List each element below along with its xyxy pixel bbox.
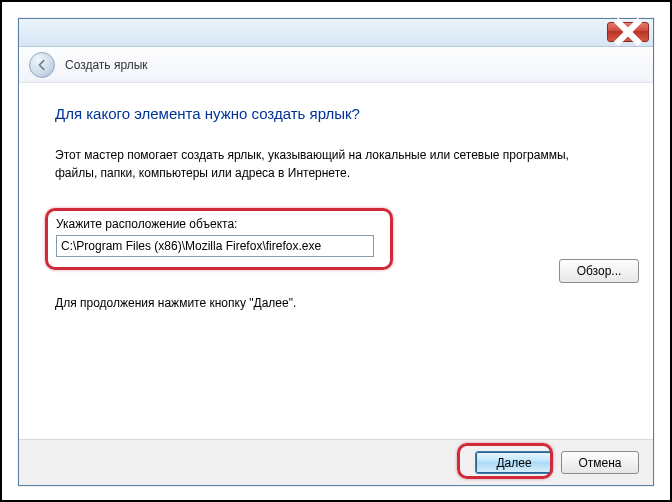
continue-hint: Для продолжения нажмите кнопку "Далее". bbox=[55, 296, 617, 310]
titlebar bbox=[19, 19, 653, 47]
header-title: Создать ярлык bbox=[65, 58, 148, 72]
wizard-dialog: Создать ярлык Для какого элемента нужно … bbox=[18, 18, 654, 486]
location-highlight: Укажите расположение объекта: bbox=[45, 208, 393, 270]
dialog-footer: Далее Отмена bbox=[19, 439, 653, 485]
close-icon bbox=[608, 12, 648, 52]
screenshot-frame: Создать ярлык Для какого элемента нужно … bbox=[0, 0, 672, 502]
content-area: Для какого элемента нужно создать ярлык?… bbox=[19, 83, 653, 310]
page-heading: Для какого элемента нужно создать ярлык? bbox=[55, 105, 617, 122]
close-button[interactable] bbox=[607, 22, 649, 42]
description-text: Этот мастер помогает создать ярлык, указ… bbox=[55, 146, 575, 182]
browse-button[interactable]: Обзор... bbox=[559, 259, 639, 283]
next-button[interactable]: Далее bbox=[475, 451, 553, 474]
back-arrow-icon bbox=[35, 58, 49, 72]
cancel-button[interactable]: Отмена bbox=[561, 451, 639, 474]
location-row bbox=[56, 235, 382, 257]
location-input[interactable] bbox=[56, 235, 374, 257]
dialog-header: Создать ярлык bbox=[19, 47, 653, 83]
location-label: Укажите расположение объекта: bbox=[56, 217, 382, 231]
back-button[interactable] bbox=[29, 52, 55, 78]
